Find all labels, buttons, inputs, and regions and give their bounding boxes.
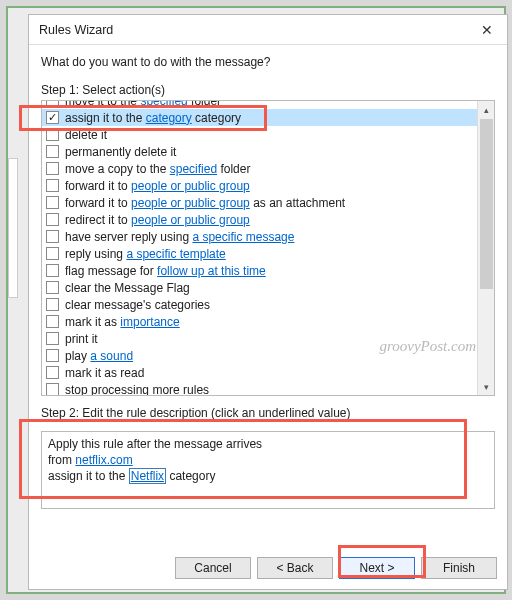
action-checkbox[interactable] (46, 366, 59, 379)
action-label: redirect it to people or public group (65, 213, 250, 227)
cancel-button[interactable]: Cancel (175, 557, 251, 579)
action-row[interactable]: forward it to people or public group (42, 177, 477, 194)
action-text: forward it to (65, 179, 131, 193)
action-checkbox[interactable] (46, 213, 59, 226)
action-text: mark it as (65, 315, 120, 329)
next-button[interactable]: Next > (339, 557, 415, 579)
action-label: assign it to the category category (65, 111, 241, 125)
description-line: Apply this rule after the message arrive… (48, 436, 488, 452)
action-text: play (65, 349, 90, 363)
action-label: permanently delete it (65, 145, 176, 159)
action-link[interactable]: category (146, 111, 192, 125)
action-row[interactable]: clear message's categories (42, 296, 477, 313)
action-text: stop processing more rules (65, 383, 209, 396)
action-label: clear message's categories (65, 298, 210, 312)
description-line: assign it to the Netflix category (48, 468, 488, 484)
action-row[interactable]: stop processing more rules (42, 381, 477, 395)
action-row[interactable]: permanently delete it (42, 143, 477, 160)
action-link[interactable]: people or public group (131, 196, 250, 210)
action-checkbox[interactable] (46, 101, 59, 107)
back-button[interactable]: < Back (257, 557, 333, 579)
action-row[interactable]: move it to the specified folder (42, 101, 477, 109)
actions-panel: move it to the specified folderassign it… (41, 100, 495, 396)
action-label: clear the Message Flag (65, 281, 190, 295)
action-checkbox[interactable] (46, 179, 59, 192)
action-row[interactable]: play a sound (42, 347, 477, 364)
description-text: assign it to the (48, 469, 129, 483)
action-text: flag message for (65, 264, 157, 278)
action-row[interactable]: mark it as importance (42, 313, 477, 330)
sender-link[interactable]: netflix.com (75, 453, 132, 467)
action-checkbox[interactable] (46, 315, 59, 328)
chevron-down-icon: ▾ (484, 382, 489, 392)
scroll-down-button[interactable]: ▾ (478, 378, 494, 395)
action-text: redirect it to (65, 213, 131, 227)
dialog-buttons: Cancel < Back Next > Finish (29, 549, 507, 589)
action-checkbox[interactable] (46, 162, 59, 175)
action-checkbox[interactable] (46, 281, 59, 294)
action-checkbox[interactable] (46, 383, 59, 395)
action-label: move it to the specified folder (65, 101, 221, 108)
action-text: clear message's categories (65, 298, 210, 312)
action-checkbox[interactable] (46, 349, 59, 362)
action-link[interactable]: a specific template (126, 247, 225, 261)
action-link[interactable]: importance (120, 315, 179, 329)
action-link[interactable]: people or public group (131, 213, 250, 227)
action-link[interactable]: specified (170, 162, 217, 176)
action-row[interactable]: forward it to people or public group as … (42, 194, 477, 211)
action-link[interactable]: specified (140, 101, 187, 108)
action-row[interactable]: mark it as read (42, 364, 477, 381)
action-row[interactable]: move a copy to the specified folder (42, 160, 477, 177)
titlebar: Rules Wizard ✕ (29, 15, 507, 45)
action-text: folder (188, 101, 221, 108)
action-row[interactable]: print it (42, 330, 477, 347)
action-checkbox[interactable] (46, 128, 59, 141)
action-checkbox[interactable] (46, 247, 59, 260)
description-text: category (166, 469, 215, 483)
action-text: move a copy to the (65, 162, 170, 176)
action-label: print it (65, 332, 98, 346)
action-link[interactable]: a specific message (192, 230, 294, 244)
action-text: assign it to the (65, 111, 146, 125)
action-link[interactable]: follow up at this time (157, 264, 266, 278)
actions-list[interactable]: move it to the specified folderassign it… (42, 101, 477, 395)
action-checkbox[interactable] (46, 298, 59, 311)
scroll-up-button[interactable]: ▴ (478, 101, 494, 118)
action-row[interactable]: flag message for follow up at this time (42, 262, 477, 279)
action-row[interactable]: clear the Message Flag (42, 279, 477, 296)
action-row[interactable]: have server reply using a specific messa… (42, 228, 477, 245)
action-text: category (192, 111, 241, 125)
close-button[interactable]: ✕ (467, 15, 507, 44)
action-checkbox[interactable] (46, 196, 59, 209)
action-label: delete it (65, 128, 107, 142)
action-label: mark it as importance (65, 315, 180, 329)
action-checkbox[interactable] (46, 230, 59, 243)
action-text: mark it as read (65, 366, 144, 380)
description-line: from netflix.com (48, 452, 488, 468)
action-label: forward it to people or public group as … (65, 196, 345, 210)
dialog-content: What do you want to do with the message?… (29, 45, 507, 549)
action-link[interactable]: a sound (90, 349, 133, 363)
action-checkbox[interactable] (46, 332, 59, 345)
scrollbar: ▴ ▾ (477, 101, 494, 395)
action-label: move a copy to the specified folder (65, 162, 250, 176)
action-text: folder (217, 162, 250, 176)
action-label: have server reply using a specific messa… (65, 230, 294, 244)
category-link[interactable]: Netflix (129, 468, 166, 484)
chevron-up-icon: ▴ (484, 105, 489, 115)
action-row[interactable]: assign it to the category category (42, 109, 477, 126)
scroll-thumb[interactable] (480, 119, 493, 289)
finish-button[interactable]: Finish (421, 557, 497, 579)
action-checkbox[interactable] (46, 111, 59, 124)
action-row[interactable]: redirect it to people or public group (42, 211, 477, 228)
action-text: print it (65, 332, 98, 346)
action-checkbox[interactable] (46, 145, 59, 158)
action-text: permanently delete it (65, 145, 176, 159)
screenshot-frame: Rules Wizard ✕ What do you want to do wi… (6, 6, 506, 594)
action-link[interactable]: people or public group (131, 179, 250, 193)
action-text: clear the Message Flag (65, 281, 190, 295)
action-checkbox[interactable] (46, 264, 59, 277)
action-row[interactable]: reply using a specific template (42, 245, 477, 262)
dialog-title: Rules Wizard (39, 23, 467, 37)
action-row[interactable]: delete it (42, 126, 477, 143)
